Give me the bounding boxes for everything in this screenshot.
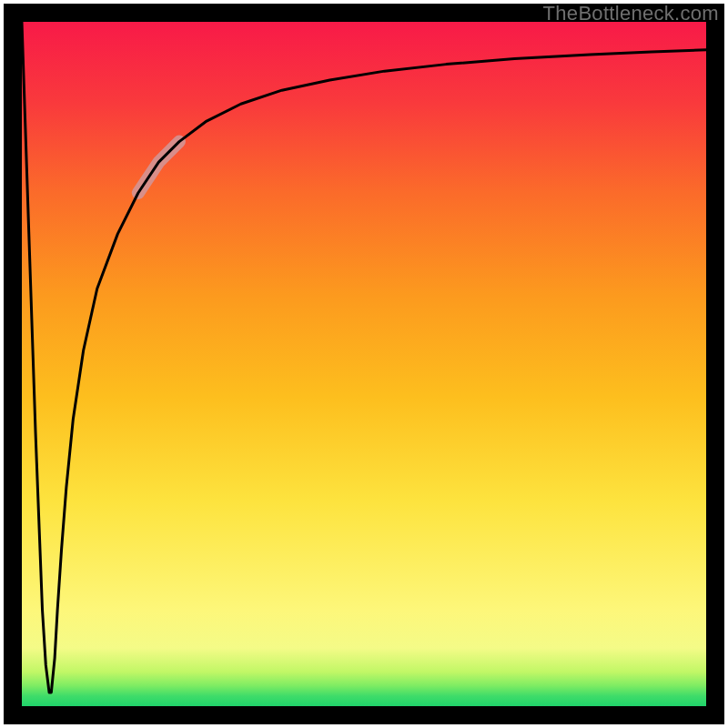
watermark-text: TheBottleneck.com: [543, 2, 719, 25]
bottleneck-chart: [0, 0, 728, 728]
plot-background: [22, 22, 706, 706]
chart-stage: TheBottleneck.com: [0, 0, 728, 728]
